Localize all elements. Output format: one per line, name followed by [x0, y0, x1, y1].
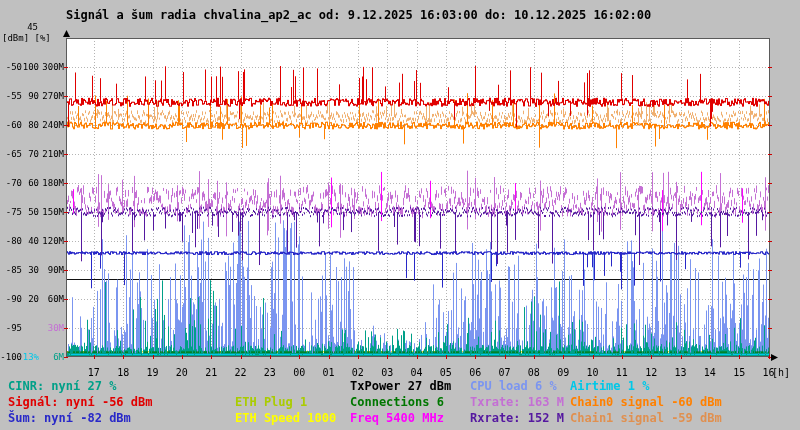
x-axis-hour-label: 20	[171, 367, 193, 378]
x-axis-hour-label: 14	[699, 367, 721, 378]
axis-tick-label: -85	[0, 265, 22, 275]
x-axis-hour-label: 22	[230, 367, 252, 378]
legend-item: Chain0 signal -60 dBm	[570, 395, 722, 409]
axis-tick-label: 270M	[39, 91, 64, 101]
legend-item: ETH Speed 1000	[235, 411, 336, 425]
x-axis-hour-label: 12	[640, 367, 662, 378]
signal-noise-chart-canvas	[0, 0, 800, 430]
x-axis-hour-label: 13	[670, 367, 692, 378]
axis-tick-label: -65	[0, 149, 22, 159]
legend-item: Airtime 1 %	[570, 379, 649, 393]
x-axis-unit-label: [h]	[772, 367, 790, 378]
axis-tick-label: 20	[22, 294, 39, 304]
x-axis-hour-label: 08	[523, 367, 545, 378]
axis-tick-label: 60M	[39, 294, 64, 304]
axis-tick-label: -50	[0, 62, 22, 72]
axis-tick-label	[22, 323, 39, 333]
axis-tick-label: 120M	[39, 236, 64, 246]
y-axis-row--55: -5590270M	[0, 91, 64, 101]
x-axis-hour-label: 23	[259, 367, 281, 378]
axis-tick-label: -90	[0, 294, 22, 304]
y-axis-row--65: -6570210M	[0, 149, 64, 159]
axis-tick-label: 50	[22, 207, 39, 217]
x-axis-hour-label: 11	[611, 367, 633, 378]
axis-tick-label: 240M	[39, 120, 64, 130]
legend-item: Signál: nyní -56 dBm	[8, 395, 153, 409]
x-axis-hour-label: 15	[728, 367, 750, 378]
legend-item: ETH Plug 1	[235, 395, 307, 409]
y-axis-row--85: -853090M	[0, 265, 64, 275]
axis-tick-label: -70	[0, 178, 22, 188]
axis-tick-label: 90M	[39, 265, 64, 275]
legend-item: CINR: nyní 27 %	[8, 379, 116, 393]
y-axis-row--95: -9530M	[0, 323, 64, 333]
x-axis-hour-label: 18	[112, 367, 134, 378]
legend-item: Šum: nyní -82 dBm	[8, 411, 131, 425]
x-axis-hour-label: 19	[142, 367, 164, 378]
y-axis-unit-label: [dBm] [%]	[2, 33, 51, 43]
axis-tick-label: 40	[22, 236, 39, 246]
axis-tick-label: 60	[22, 178, 39, 188]
x-axis-hour-label: 17	[83, 367, 105, 378]
y-axis-row--60: -6080240M	[0, 120, 64, 130]
y-axis-row--75: -7550150M	[0, 207, 64, 217]
x-axis-hour-label: 02	[347, 367, 369, 378]
legend-item: Rxrate: 152 M	[470, 411, 564, 425]
axis-tick-label: 90	[22, 91, 39, 101]
legend-item: Chain1 signal -59 dBm	[570, 411, 722, 425]
chart-title: Signál a šum radia chvalina_ap2_ac od: 9…	[66, 8, 651, 22]
axis-tick-label: -55	[0, 91, 22, 101]
axis-tick-label: 80	[22, 120, 39, 130]
axis-tick-label: -95	[0, 323, 22, 333]
axis-tick-label: 30	[22, 265, 39, 275]
rrd-graph-screen: Signál a šum radia chvalina_ap2_ac od: 9…	[0, 0, 800, 430]
x-axis-hour-label: 00	[288, 367, 310, 378]
x-axis-hour-label: 21	[200, 367, 222, 378]
legend-item: CPU load 6 %	[470, 379, 557, 393]
axis-tick-label: 100	[22, 62, 39, 72]
axis-tick-label: 210M	[39, 149, 64, 159]
legend-item: TxPower 27 dBm	[350, 379, 451, 393]
x-axis-hour-label: 01	[318, 367, 340, 378]
y-axis-top-label: 45	[0, 22, 38, 32]
y-axis-row--100: -10013%6M	[0, 352, 64, 362]
axis-tick-label: 180M	[39, 178, 64, 188]
x-axis-hour-label: 03	[376, 367, 398, 378]
axis-tick-label: -100	[0, 352, 22, 362]
legend-item: Connections 6	[350, 395, 444, 409]
legend-item: Freq 5400 MHz	[350, 411, 444, 425]
x-axis-hour-label: 06	[464, 367, 486, 378]
axis-tick-label: 30M	[39, 323, 64, 333]
axis-tick-label: -80	[0, 236, 22, 246]
x-axis-hour-label: 10	[582, 367, 604, 378]
x-axis-hour-label: 09	[552, 367, 574, 378]
axis-tick-label: 150M	[39, 207, 64, 217]
x-axis-hour-label: 07	[494, 367, 516, 378]
axis-tick-label: -75	[0, 207, 22, 217]
y-axis-row--70: -7060180M	[0, 178, 64, 188]
axis-tick-label: 70	[22, 149, 39, 159]
x-axis-hour-label: 05	[435, 367, 457, 378]
legend-item: Txrate: 163 M	[470, 395, 564, 409]
axis-tick-label: 6M	[39, 352, 64, 362]
axis-tick-label: 300M	[39, 62, 64, 72]
y-axis-row--80: -8040120M	[0, 236, 64, 246]
y-axis-row--50: -50100300M	[0, 62, 64, 72]
x-axis-hour-label: 04	[406, 367, 428, 378]
axis-tick-label: 13%	[22, 352, 39, 362]
axis-tick-label: -60	[0, 120, 22, 130]
y-axis-row--90: -902060M	[0, 294, 64, 304]
